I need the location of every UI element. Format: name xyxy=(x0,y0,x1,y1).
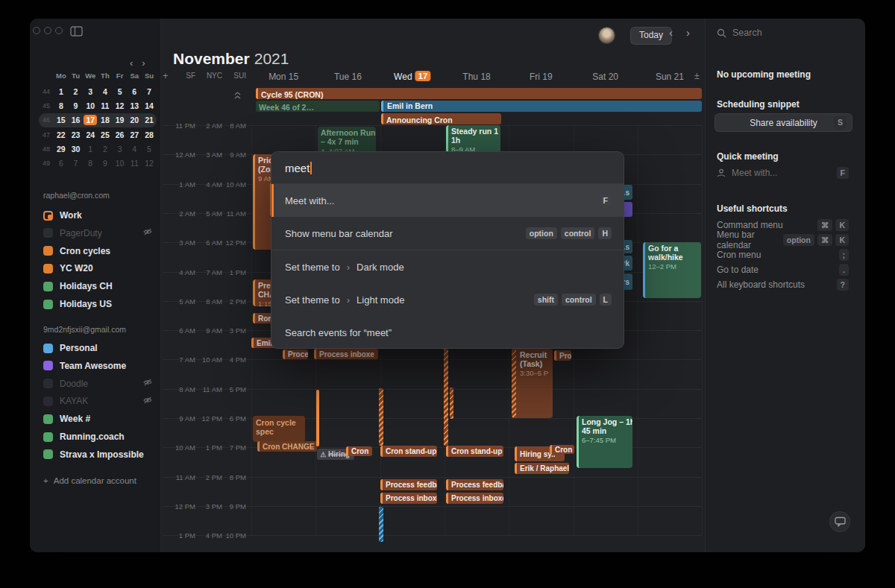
mini-calendar-day[interactable]: 24 xyxy=(83,130,98,139)
day-header-sun[interactable]: Sun 21 xyxy=(656,71,684,82)
add-calendar-account-button[interactable]: + Add calendar account xyxy=(43,476,136,485)
mini-calendar-day[interactable]: 23 xyxy=(69,130,84,139)
sidebar-item-work[interactable]: Work xyxy=(43,209,152,221)
mini-calendar-day[interactable]: 18 xyxy=(98,116,113,124)
calendar-event[interactable] xyxy=(379,388,383,446)
day-header-sat[interactable]: Sat 20 xyxy=(592,71,618,82)
day-header-fri[interactable]: Fri 19 xyxy=(530,71,553,82)
palette-item[interactable]: Meet with...F xyxy=(271,184,624,217)
day-header-tue[interactable]: Tue 16 xyxy=(334,71,362,82)
meet-with-input[interactable]: Meet with... F xyxy=(717,166,849,180)
mini-calendar-day[interactable]: 27 xyxy=(127,130,142,139)
sidebar-item-strava-x-impossible[interactable]: Strava x Impossible xyxy=(43,449,152,461)
sidebar-item-cron-cycles[interactable]: Cron cycles xyxy=(43,245,152,257)
mini-cal-next-icon[interactable]: › xyxy=(142,57,145,69)
mini-calendar-day[interactable]: 20 xyxy=(127,116,142,124)
mini-calendar-day[interactable]: 7 xyxy=(142,87,157,96)
palette-item[interactable]: Set theme to›Light modeshiftcontrolL xyxy=(271,283,624,316)
mini-calendar-day[interactable]: 29 xyxy=(54,145,69,154)
palette-item[interactable]: Set theme to›Dark mode xyxy=(271,250,624,283)
mini-calendar-day[interactable]: 19 xyxy=(113,116,128,124)
calendar-event[interactable] xyxy=(316,390,319,446)
mini-calendar-day[interactable]: 21 xyxy=(142,116,157,124)
mini-calendar-day[interactable]: 22 xyxy=(54,130,69,139)
calendar-event[interactable]: Cron xyxy=(550,445,574,454)
calendar-event[interactable]: Cron xyxy=(346,446,372,456)
calendar-event[interactable] xyxy=(450,388,453,419)
calendar-event[interactable]: Erik / Raphael xyxy=(515,463,569,474)
mini-calendar-day[interactable]: 10 xyxy=(83,101,98,110)
mini-calendar-day[interactable]: 4 xyxy=(127,145,142,154)
calendar-event[interactable]: Steady run 1 –1h8–9 AM xyxy=(446,125,500,154)
calendar-event[interactable]: Process inboxe xyxy=(380,493,437,504)
mini-calendar-day[interactable]: 11 xyxy=(127,159,142,168)
next-week-icon[interactable]: › xyxy=(686,26,690,39)
day-header-mon[interactable]: Mon 15 xyxy=(268,71,298,82)
mini-calendar-day[interactable]: 26 xyxy=(113,130,128,139)
mini-calendar-day[interactable]: 2 xyxy=(98,145,113,154)
sidebar-item-team-awesome[interactable]: Team Awesome xyxy=(43,360,152,372)
mini-calendar-day[interactable]: 8 xyxy=(83,159,98,168)
mini-calendar-day[interactable]: 9 xyxy=(98,159,113,168)
sidebar-item-doodle[interactable]: Doodle xyxy=(43,378,152,390)
mini-calendar-day[interactable]: 7 xyxy=(69,159,84,168)
mini-calendar-day[interactable]: 4 xyxy=(98,87,113,96)
calendar-event[interactable] xyxy=(444,349,448,446)
mini-calendar-day[interactable]: 13 xyxy=(127,101,142,110)
zoom-window-icon[interactable] xyxy=(55,27,63,34)
feedback-chat-button[interactable] xyxy=(829,511,850,532)
today-button[interactable]: Today xyxy=(630,27,672,45)
calendar-event[interactable]: Proce xyxy=(283,350,308,359)
calendar-event[interactable]: Cron stand-up xyxy=(446,446,503,457)
sidebar-item-running-coach[interactable]: Running.coach xyxy=(43,431,152,443)
calendar-event[interactable]: Cron CHANGE xyxy=(257,441,317,452)
sidebar-item-yc-w20[interactable]: YC W20 xyxy=(43,262,152,274)
palette-item[interactable]: Show menu bar calendaroptioncontrolH xyxy=(271,217,624,250)
sidebar-item-holidays-ch[interactable]: Holidays CH xyxy=(43,280,152,292)
mini-calendar-day[interactable]: 2 xyxy=(69,87,84,96)
allday-event[interactable]: Emil in Bern xyxy=(381,101,702,112)
minimize-window-icon[interactable] xyxy=(44,27,51,34)
mini-calendar-day[interactable]: 1 xyxy=(54,87,69,96)
mini-calendar-day[interactable]: 8 xyxy=(54,101,69,110)
mini-calendar-day[interactable]: 9 xyxy=(69,101,84,110)
calendar-event[interactable]: Process feedba xyxy=(380,479,437,490)
calendar-event[interactable]: Cron stand-up xyxy=(380,446,437,457)
mini-calendar-day[interactable]: 6 xyxy=(54,159,69,168)
mini-cal-prev-icon[interactable]: ‹ xyxy=(130,57,133,69)
eye-slash-icon[interactable] xyxy=(143,378,152,389)
mini-calendar-day[interactable]: 30 xyxy=(69,145,84,154)
sidebar-item-kayak[interactable]: KAYAK xyxy=(43,395,152,407)
avatar[interactable] xyxy=(599,28,615,43)
eye-slash-icon[interactable] xyxy=(143,396,152,407)
sidebar-item-week-[interactable]: Week # xyxy=(43,413,152,425)
sidebar-item-personal[interactable]: Personal xyxy=(43,342,152,354)
timezone-settings-icon[interactable]: ± xyxy=(694,71,700,81)
calendar-event[interactable]: Recruit(Task)3:30–5 P xyxy=(512,349,553,418)
mini-calendar-day[interactable]: 17 xyxy=(83,116,98,124)
mini-calendar-day[interactable]: 11 xyxy=(98,101,113,110)
calendar-event[interactable]: Cron cyclespec xyxy=(253,416,305,442)
eye-slash-icon[interactable] xyxy=(143,227,152,238)
mini-calendar-day[interactable]: 3 xyxy=(113,145,128,154)
allday-event[interactable]: Cycle 95 (CRON) xyxy=(256,88,702,99)
mini-calendar-day[interactable]: 1 xyxy=(83,145,98,154)
command-input[interactable]: meet xyxy=(271,152,624,184)
calendar-event[interactable]: Process inboxe xyxy=(314,349,378,359)
mini-calendar-day[interactable]: 14 xyxy=(142,101,157,110)
calendar-event[interactable]: Go for awalk/hike12–2 PM xyxy=(643,242,701,298)
sidebar-item-pagerduty[interactable]: PagerDuty xyxy=(43,227,152,239)
calendar-event[interactable]: Process feedba xyxy=(446,479,503,490)
mini-calendar-day[interactable]: 10 xyxy=(113,159,128,168)
mini-calendar-day[interactable]: 28 xyxy=(142,130,157,139)
mini-calendar-day[interactable]: 6 xyxy=(127,87,142,96)
calendar-event[interactable]: Afternoon Run– 4x 7 min4–4:07 AM xyxy=(318,127,376,154)
calendar-event[interactable]: Process inboxe xyxy=(446,493,503,504)
sidebar-item-holidays-us[interactable]: Holidays US xyxy=(43,298,152,310)
mini-calendar-day[interactable]: 12 xyxy=(142,159,157,168)
day-header-wed[interactable]: Wed17 xyxy=(394,71,430,82)
share-availability-button[interactable]: Share availability S xyxy=(715,113,852,132)
sidebar-toggle-icon[interactable] xyxy=(70,26,83,39)
calendar-event[interactable]: Pro xyxy=(554,350,571,361)
collapse-allday-icon[interactable] xyxy=(234,89,241,102)
